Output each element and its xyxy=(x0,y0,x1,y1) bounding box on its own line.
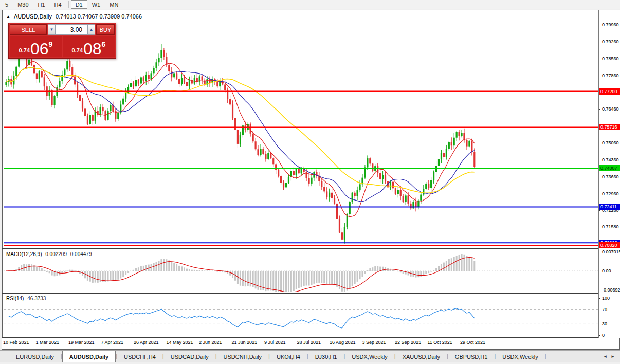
mt4-terminal: 5M30H1H4D1W1MN ▲ AUDUSD,Daily 0.74013 0.… xyxy=(0,0,620,364)
date-label: 29 Oct 2021 xyxy=(460,340,485,345)
one-click-trading-panel: SELL ▾ ▴ BUY 0.74 06 9 0.74 08 6 xyxy=(8,23,116,59)
chart-tab-ukoil-h4[interactable]: UKOil,H4 xyxy=(270,351,307,362)
chart-info-line: ▲ AUDUSD,Daily 0.74013 0.74067 0.73909 0… xyxy=(6,13,142,20)
date-label: 3 Sep 2021 xyxy=(362,340,386,345)
date-label: 11 Oct 2021 xyxy=(428,340,452,345)
price-tick: 0.75060 xyxy=(599,140,620,145)
chart-tab-bar: EURUSD,Daily|AUDUSD,Daily|USDCHF,H4|USDC… xyxy=(0,350,620,362)
tab-scroll-arrows: ◄► xyxy=(603,351,620,362)
rsi-canvas[interactable] xyxy=(4,295,598,337)
price-tick: 0.77860 xyxy=(599,73,620,78)
macd-signal-value: 0.004479 xyxy=(70,251,92,257)
volume-input[interactable] xyxy=(56,24,87,35)
status-strip xyxy=(0,362,620,364)
macd-axis-tick: -0.00692 xyxy=(599,287,620,293)
price-level-badge: 0.77200 xyxy=(599,88,620,95)
price-tick: 0.79960 xyxy=(599,22,620,27)
date-label: 1 Mar 2021 xyxy=(36,340,60,345)
price-tick: 0.72960 xyxy=(599,191,620,196)
buy-price-pip: 6 xyxy=(102,40,106,48)
rsi-label: RSI(14) 46.3733 xyxy=(6,296,46,301)
macd-label: MACD(12,26,9) 0.002209 0.004479 xyxy=(6,251,92,257)
price-level-badge: 0.70820 xyxy=(599,242,620,248)
chart-tab-usdcad-daily[interactable]: USDCAD,Daily xyxy=(164,351,215,362)
timeframe-button-w1[interactable]: W1 xyxy=(87,0,105,9)
rsi-axis-tick: 0 xyxy=(599,333,620,338)
chart-tab-gbpusd-h1[interactable]: GBPUSD,H1 xyxy=(448,351,495,362)
chart-tab-usdx-weekly[interactable]: USDX,Weekly xyxy=(345,351,394,362)
price-level-badge: 0.72411 xyxy=(599,204,620,210)
ohlc-values: 0.74013 0.74067 0.73909 0.74066 xyxy=(56,13,142,20)
timeframe-button-h1[interactable]: H1 xyxy=(33,0,50,9)
macd-axis-tick: 0.00 xyxy=(599,268,620,274)
chart-tab-eurusd-daily[interactable]: EURUSD,Daily xyxy=(9,351,61,362)
date-label: 26 Apr 2021 xyxy=(134,340,159,345)
price-axis[interactable]: 0.799600.792600.785600.778600.764600.750… xyxy=(598,10,620,338)
date-label: 14 May 2021 xyxy=(167,340,193,345)
chart-tab-usdcnh-daily[interactable]: USDCNH,Daily xyxy=(217,351,269,362)
date-label: 19 Mar 2021 xyxy=(68,340,95,345)
date-label: 28 Jul 2021 xyxy=(297,340,321,345)
timeframe-button-5[interactable]: 5 xyxy=(1,0,13,9)
buy-price-button[interactable]: 0.74 08 6 xyxy=(63,36,115,57)
sell-button[interactable]: SELL xyxy=(10,24,47,35)
chart-tab-usdchf-h4[interactable]: USDCHF,H4 xyxy=(117,351,162,362)
rsi-separator[interactable] xyxy=(2,293,620,294)
date-label: 16 Aug 2021 xyxy=(330,340,356,345)
volume-stepper: ▾ ▴ xyxy=(48,24,95,35)
rsi-title: RSI(14) xyxy=(6,296,24,301)
time-axis[interactable]: 10 Feb 20211 Mar 202119 Mar 20217 Apr 20… xyxy=(2,338,598,349)
date-label: 10 Feb 2021 xyxy=(3,340,29,345)
chart-tab-audusd-daily[interactable]: AUDUSD,Daily xyxy=(62,351,116,362)
sell-price-pip: 9 xyxy=(49,40,53,48)
buy-button[interactable]: BUY xyxy=(96,24,115,35)
tab-scroll-right-icon[interactable]: ► xyxy=(611,354,615,359)
symbol-period-label: AUDUSD,Daily xyxy=(14,13,52,20)
rsi-axis-tick: 70 xyxy=(599,307,620,312)
macd-canvas[interactable] xyxy=(4,250,598,292)
timeframe-button-h4[interactable]: H4 xyxy=(50,0,66,9)
price-tick: 0.79260 xyxy=(599,39,620,44)
price-tick: 0.73660 xyxy=(599,174,620,179)
volume-decrease-button[interactable]: ▾ xyxy=(48,24,56,35)
timeframe-button-d1[interactable]: D1 xyxy=(71,0,87,9)
date-label: 21 Jun 2021 xyxy=(232,340,258,345)
chart-tab-dj30-h1[interactable]: DJ30,H1 xyxy=(308,351,344,362)
price-tick: 0.71580 xyxy=(599,224,620,229)
date-label: 9 Jul 2021 xyxy=(264,340,286,345)
sell-price-button[interactable]: 0.74 06 9 xyxy=(10,36,62,57)
price-level-badge: 0.74007 xyxy=(599,165,620,171)
date-label: 2 Jun 2021 xyxy=(199,340,222,345)
macd-title: MACD(12,26,9) xyxy=(6,251,42,257)
chart-tab-usdx-weekly[interactable]: USDX,Weekly xyxy=(496,351,544,362)
price-tick: 0.76460 xyxy=(599,106,620,112)
price-tick: 0.74360 xyxy=(599,157,620,162)
price-level-badge: 0.75716 xyxy=(599,124,620,130)
period-toolbar: 5M30H1H4D1W1MN xyxy=(0,0,620,9)
timeframe-button-m30[interactable]: M30 xyxy=(13,0,33,9)
volume-increase-button[interactable]: ▴ xyxy=(87,24,95,35)
tab-scroll-left-icon[interactable]: ◄ xyxy=(603,354,607,359)
price-tick: 0.78560 xyxy=(599,56,620,61)
toolbar-separator xyxy=(68,1,69,8)
macd-main-value: 0.002209 xyxy=(45,251,67,257)
date-label: 7 Apr 2021 xyxy=(101,340,124,345)
date-label: 22 Sep 2021 xyxy=(395,340,421,345)
rsi-axis-tick: 100 xyxy=(599,296,620,301)
tab-separator: | xyxy=(545,351,546,362)
chart-tab-xauusd-daily[interactable]: XAUUSD,Daily xyxy=(396,351,447,362)
rsi-value: 46.3733 xyxy=(27,296,46,301)
time-axis-separator xyxy=(2,337,620,338)
collapse-arrow-icon[interactable]: ▲ xyxy=(6,14,10,19)
buy-price-prefix: 0.74 xyxy=(72,47,83,53)
buy-price-big: 08 xyxy=(83,42,102,56)
rsi-axis-tick: 30 xyxy=(599,321,620,326)
sell-price-prefix: 0.74 xyxy=(19,47,30,53)
macd-separator[interactable] xyxy=(2,248,620,249)
toolbar-separator xyxy=(125,1,125,8)
timeframe-button-mn[interactable]: MN xyxy=(105,0,123,9)
macd-axis-tick: 0.007015 xyxy=(599,249,620,254)
sell-price-big: 06 xyxy=(30,42,49,56)
